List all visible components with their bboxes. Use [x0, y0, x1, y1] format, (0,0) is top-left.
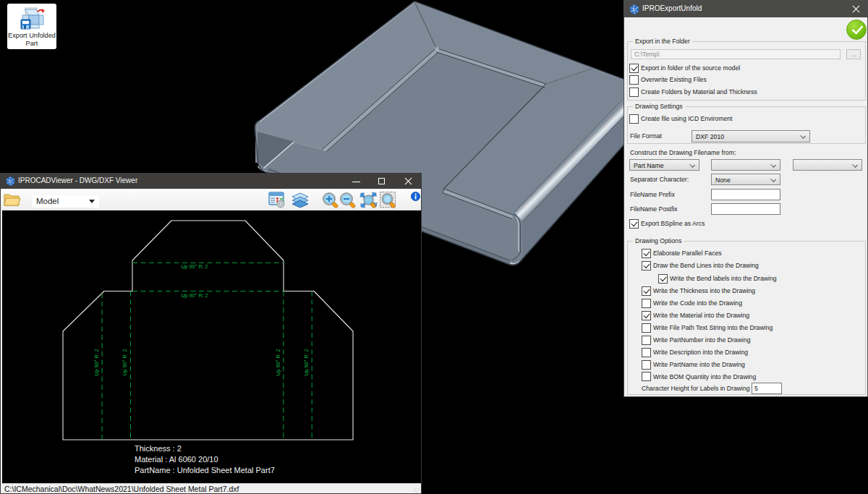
drawing-settings-icon[interactable] — [268, 192, 286, 208]
checkbox-export-source-folder[interactable] — [629, 64, 639, 73]
viewer-titlebar[interactable]: IPROCADViewer - DWG/DXF Viewer — [1, 174, 421, 189]
viewer-status-bar: C:\ICMechanical\Doc\WhatNews2021\Unfolde… — [1, 483, 421, 493]
maximize-button[interactable] — [371, 174, 393, 189]
checkbox-drawing-option-label: Write PartName into the Drawing — [653, 361, 745, 368]
globe-icon — [629, 4, 639, 14]
checkbox-drawing-option[interactable] — [642, 311, 651, 320]
model-combo-value: Model — [36, 197, 59, 205]
checkbox-drawing-option[interactable] — [642, 261, 651, 271]
bend-label: Up 90° R: 2 — [303, 349, 310, 375]
annotation-thickness: Thickness : 2 — [135, 444, 182, 453]
checkbox-overwrite[interactable] — [629, 75, 639, 85]
confirm-check-button[interactable] — [846, 20, 867, 40]
bend-label: Up 90° R: 2 — [181, 263, 208, 270]
status-file-path: C:\ICMechanical\Doc\WhatNews2021\Unfolde… — [4, 485, 239, 493]
filename-part1-value: Part Name — [634, 162, 664, 169]
file-format-value: DXF 2010 — [696, 133, 724, 140]
checkbox-drawing-option[interactable] — [642, 249, 651, 258]
checkbox-drawing-option[interactable] — [642, 336, 651, 345]
viewer-window: IPROCADViewer - DWG/DXF Viewer Model — [0, 173, 422, 494]
filename-prefix-input[interactable] — [711, 189, 780, 200]
zoom-window-icon[interactable] — [379, 191, 398, 209]
resize-grip[interactable]: .:: — [412, 486, 420, 493]
layers-icon[interactable] — [292, 192, 309, 208]
bend-label: Up 90° R: 2 — [181, 292, 208, 299]
chevron-down-icon — [800, 133, 806, 139]
construct-filename-label: Construct the Drawing Filename from: — [630, 149, 736, 156]
checkbox-drawing-option[interactable] — [642, 299, 651, 308]
filename-prefix-label: FileName Prefix — [630, 191, 675, 198]
checkbox-drawing-option-label: Write PartNumber into the Drawing — [653, 336, 751, 344]
maximize-icon — [378, 178, 385, 184]
chevron-down-icon — [89, 200, 95, 203]
zoom-out-icon[interactable] — [339, 192, 357, 209]
minimize-button[interactable] — [345, 174, 367, 189]
unfolded-drawing-canvas[interactable]: Up 90° R: 2 Up 90° R: 2 Up 90° R: 2 Up 9… — [2, 210, 421, 483]
viewer-window-title: IPROCADViewer - DWG/DXF Viewer — [18, 176, 137, 184]
filename-part3-combo[interactable] — [793, 159, 862, 171]
char-height-label: Character Height for Labels in Drawing — [642, 385, 750, 392]
checkbox-drawing-option[interactable] — [642, 348, 651, 357]
checkbox-bspline-as-arcs-label: Export BSpline as Arcs — [641, 220, 705, 227]
checkbox-drawing-option-label: Write the Material into the Drawing — [653, 312, 749, 319]
globe-icon — [6, 176, 15, 186]
checkbox-drawing-option[interactable] — [642, 372, 651, 381]
chevron-down-icon — [770, 162, 776, 168]
export-unfold-panel: IPROExportUnfold Export in the Folder C:… — [624, 0, 868, 397]
annotation-partname: PartName : Unfolded Sheet Metal Part7 — [135, 466, 275, 474]
minimize-icon — [352, 182, 360, 182]
separator-value: None — [715, 176, 731, 184]
browse-button[interactable]: ... — [846, 49, 861, 59]
checkbox-drawing-option-label: Draw the Bend Lines into the Drawing — [653, 262, 759, 269]
bend-label: Up 90° R: 2 — [122, 349, 128, 375]
separator-combo[interactable]: None — [711, 174, 780, 185]
export-folder-value: C:\Temp\ — [634, 51, 660, 58]
checkbox-folders-by-material[interactable] — [629, 88, 639, 97]
file-format-combo[interactable]: DXF 2010 — [692, 130, 810, 142]
panel-title: IPROExportUnfold — [642, 4, 702, 12]
group-export-folder-label: Export in the Folder — [633, 38, 692, 45]
checkbox-icd-environment-label: Create file using ICD Enviroment — [641, 115, 733, 122]
viewer-toolbar: Model — [1, 189, 421, 210]
checkbox-export-source-folder-label: Export in folder of the source model — [641, 64, 740, 72]
file-format-label: File Format — [630, 132, 662, 140]
checkbox-drawing-option-label: Elaborate Parallel Faces — [653, 250, 722, 257]
filename-part1-combo[interactable]: Part Name — [629, 159, 699, 171]
checkbox-drawing-option-label: Write Description into the Drawing — [653, 349, 748, 356]
filename-part2-combo[interactable] — [711, 159, 780, 171]
chevron-down-icon — [852, 162, 858, 168]
filename-postfix-label: FileName Postfix — [630, 205, 678, 213]
panel-close-button[interactable] — [846, 1, 867, 17]
checkbox-folders-by-material-label: Create Folders by Material and Thickness — [641, 88, 757, 95]
close-button[interactable] — [397, 174, 420, 189]
export-folder-field[interactable]: C:\Temp\ — [631, 49, 841, 59]
chevron-down-icon — [770, 176, 776, 182]
separator-character-label: Separator Character: — [630, 176, 689, 183]
checkbox-drawing-option-label: Write the Bend labels into the Drawing — [670, 275, 777, 282]
checkbox-drawing-option[interactable] — [642, 323, 651, 333]
model-combo[interactable]: Model — [32, 195, 99, 208]
checkbox-drawing-option[interactable] — [658, 274, 668, 284]
filename-postfix-input[interactable] — [711, 203, 780, 215]
checkbox-drawing-option-label: Write the Code into the Drawing — [653, 299, 742, 307]
open-folder-icon[interactable] — [4, 192, 21, 208]
checkbox-drawing-option-label: Write File Path Text String into the Dra… — [653, 324, 773, 331]
panel-titlebar[interactable]: IPROExportUnfold — [624, 1, 867, 17]
char-height-input[interactable] — [752, 383, 782, 394]
checkbox-icd-environment[interactable] — [629, 114, 639, 124]
info-icon[interactable] — [411, 192, 420, 201]
annotation-material: Material : Al 6060 20/10 — [135, 455, 218, 464]
checkbox-bspline-as-arcs[interactable] — [629, 219, 639, 229]
zoom-in-icon[interactable] — [322, 192, 339, 209]
checkbox-drawing-option[interactable] — [642, 360, 651, 370]
checkbox-overwrite-label: Overwrite Existing Files — [641, 76, 707, 83]
group-drawing-options-label: Drawing Options — [633, 237, 684, 244]
checkbox-drawing-option[interactable] — [642, 286, 651, 296]
group-drawing-settings-label: Drawing Settings — [633, 103, 685, 110]
checkbox-drawing-option-label: Write BOM Quantity into the Drawing — [653, 373, 756, 380]
zoom-extents-icon[interactable] — [359, 191, 378, 209]
bend-label: Up 90° R: 2 — [275, 349, 281, 375]
bend-label: Up 90° R: 2 — [93, 349, 100, 375]
checkbox-drawing-option-label: Write the Thickness into the Drawing — [653, 287, 755, 294]
chevron-down-icon — [689, 162, 695, 168]
